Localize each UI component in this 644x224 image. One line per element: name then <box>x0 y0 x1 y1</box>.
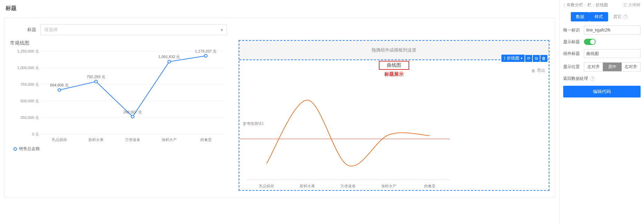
left-chart-legend[interactable]: 销售总金额 <box>10 144 231 153</box>
help-icon[interactable]: ? <box>623 15 628 19</box>
svg-text:方便速食: 方便速食 <box>125 138 140 142</box>
page-title: 标题 <box>4 3 555 14</box>
svg-text:250,000 元: 250,000 元 <box>20 115 39 120</box>
export-button[interactable]: 🗎 导出 <box>531 68 545 74</box>
refresh-icon[interactable]: ⟳ <box>525 55 532 62</box>
show-title-toggle[interactable] <box>584 39 596 45</box>
svg-text:肉禽蛋: 肉禽蛋 <box>200 138 212 142</box>
title-demo-annotation: 标题展示 <box>239 71 549 77</box>
align-center-option[interactable]: 居中 <box>603 63 621 71</box>
breadcrumb-current: 折线图 <box>596 2 608 8</box>
svg-point-21 <box>131 115 134 118</box>
tab-other[interactable]: 其它 ? <box>608 12 633 21</box>
svg-text:海鲜水产: 海鲜水产 <box>162 138 177 142</box>
svg-text:方便速食: 方便速食 <box>340 184 356 188</box>
selected-component-frame[interactable]: 拖拽组件或模板到这里 ⌇ 折线图 ▾ ⟳ ⧉ 🗑 曲线图 标题展示 <box>239 40 549 191</box>
component-type-label: 折线图 <box>507 55 519 61</box>
position-segment: 左对齐 居中 右对齐 <box>584 62 641 72</box>
svg-text:海鲜水产: 海鲜水产 <box>381 184 396 188</box>
svg-text:肉禽蛋: 肉禽蛋 <box>424 184 435 188</box>
right-chart: 乳品烘焙新鲜水果方便速食海鲜水产肉禽蛋 <box>239 80 457 190</box>
return-data-label[interactable]: 返回数据处理 <box>563 76 588 82</box>
export-label: 导出 <box>537 68 545 74</box>
svg-text:1,000,000 元: 1,000,000 元 <box>17 66 39 70</box>
left-chart: 0 元250,000 元500,000 元750,000 元1,000,000 … <box>10 48 231 144</box>
svg-point-23 <box>168 60 171 63</box>
comp-title-label: 组件标题 <box>563 51 581 57</box>
svg-text:乳品烘焙: 乳品烘焙 <box>52 138 67 142</box>
svg-text:500,000 元: 500,000 元 <box>20 99 39 103</box>
tab-data[interactable]: 数据 <box>571 12 589 21</box>
title-select-label: 标题 <box>24 27 36 33</box>
svg-text:750,000 元: 750,000 元 <box>20 82 39 86</box>
export-icon: 🗎 <box>531 68 536 73</box>
align-left-option[interactable]: 左对齐 <box>584 63 603 71</box>
delete-icon[interactable]: 🗑 <box>540 55 547 62</box>
chevron-down-icon: ▾ <box>221 27 223 32</box>
title-select-placeholder: 请选择 <box>44 27 58 33</box>
svg-text:乳品烘焙: 乳品烘焙 <box>259 184 274 188</box>
svg-text:1,250,000 元: 1,250,000 元 <box>17 49 39 53</box>
show-title-label: 显示标题 <box>563 39 581 45</box>
panel-tabs: 数据 样式 其它 ? <box>563 12 641 21</box>
legend-label: 销售总金额 <box>19 146 40 152</box>
svg-text:新鲜水果: 新鲜水果 <box>88 138 104 142</box>
position-label: 显示位置 <box>563 64 581 70</box>
tab-style[interactable]: 样式 <box>589 12 608 21</box>
svg-point-25 <box>204 55 207 57</box>
breadcrumb: ⌇ 有数分栏 › 栏 › 折线图 <box>563 2 608 8</box>
svg-text:792,293 元: 792,293 元 <box>87 75 105 79</box>
comp-title-input[interactable] <box>584 49 641 58</box>
left-chart-title: 常规线图 <box>10 40 231 46</box>
breadcrumb-col[interactable]: 栏 <box>587 2 592 8</box>
svg-text:1,091,832 元: 1,091,832 元 <box>158 55 180 59</box>
svg-text:新鲜水果: 新鲜水果 <box>300 184 315 188</box>
align-right-option[interactable]: 右对齐 <box>622 63 640 71</box>
line-chart-icon: ⌇ <box>563 3 565 8</box>
svg-text:664,606 元: 664,606 元 <box>50 83 69 87</box>
svg-text:262,927 元: 262,927 元 <box>123 110 142 114</box>
component-type-tag[interactable]: ⌇ 折线图 ▾ <box>501 55 525 62</box>
copy-icon[interactable]: ⧉ <box>533 55 540 62</box>
line-chart-icon: ⌇ <box>503 56 506 61</box>
uid-label: 唯一标识 <box>563 27 581 33</box>
svg-point-17 <box>58 88 61 91</box>
title-select[interactable]: 请选择 ▾ <box>40 24 227 35</box>
svg-text:0 元: 0 元 <box>32 132 39 136</box>
property-panel: ⌇ 有数分栏 › 栏 › 折线图 ☷ 大纲树 数据 样式 其它 ? 唯一标识 <box>559 0 644 224</box>
breadcrumb-root[interactable]: 有数分栏 <box>567 2 583 8</box>
tree-icon: ☷ <box>623 3 627 8</box>
edit-code-button[interactable]: 编辑代码 <box>563 86 641 97</box>
reference-line-label: 参考线测试1 <box>243 121 264 126</box>
uid-input[interactable] <box>584 26 641 35</box>
help-icon[interactable]: ? <box>590 76 595 81</box>
svg-text:1,179,207 元: 1,179,207 元 <box>195 49 217 53</box>
component-title-box: 曲线图 <box>379 61 409 70</box>
legend-marker-icon <box>13 147 17 151</box>
chevron-down-icon: ▾ <box>521 56 522 60</box>
outline-tree-button[interactable]: ☷ 大纲树 <box>623 2 641 8</box>
svg-point-19 <box>95 80 97 83</box>
